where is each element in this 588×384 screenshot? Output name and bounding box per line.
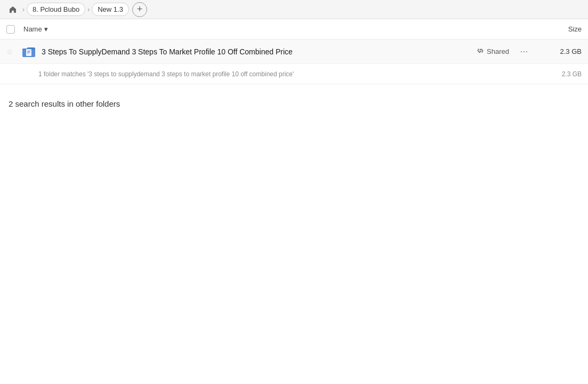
link-icon xyxy=(477,48,484,55)
folder-icon xyxy=(21,44,36,59)
breadcrumb-chevron-2: › xyxy=(87,6,90,13)
breadcrumb-bar: › 8. Pcloud Bubo › New 1.3 + xyxy=(0,0,588,19)
select-all-checkbox[interactable] xyxy=(6,25,15,34)
file-size-text: 2.3 GB xyxy=(560,47,582,55)
breadcrumb-chevron-1: › xyxy=(22,6,25,13)
home-button[interactable] xyxy=(4,3,21,16)
file-icon-container xyxy=(19,44,38,59)
file-size: 2.3 GB xyxy=(539,47,582,55)
match-info-size: 2.3 GB xyxy=(539,70,582,78)
column-header: Name ▾ Size xyxy=(0,19,588,39)
file-name-text: 3 Steps To SupplyDemand 3 Steps To Marke… xyxy=(42,47,293,56)
svg-rect-3 xyxy=(27,52,30,52)
star-icon: ☆ xyxy=(6,47,13,56)
shared-label: Shared xyxy=(487,47,509,55)
more-options-button[interactable]: ··· xyxy=(518,46,530,57)
name-column-header[interactable]: Name ▾ xyxy=(23,25,539,33)
svg-rect-2 xyxy=(27,51,30,51)
star-button[interactable]: ☆ xyxy=(6,47,19,56)
select-all-checkbox-container xyxy=(6,25,23,34)
file-name: 3 Steps To SupplyDemand 3 Steps To Marke… xyxy=(38,47,477,56)
home-icon xyxy=(9,5,17,14)
size-column-label: Size xyxy=(568,25,582,33)
add-tab-button[interactable]: + xyxy=(132,2,147,17)
match-info-label: 1 folder matches '3 steps to supplydeman… xyxy=(38,70,294,78)
other-folders-section: 2 search results in other folders xyxy=(0,84,588,117)
breadcrumb-label-1: 8. Pcloud Bubo xyxy=(33,5,79,13)
shared-indicator: Shared xyxy=(477,47,509,55)
name-column-label: Name xyxy=(23,25,42,33)
breadcrumb-label-active: New 1.3 xyxy=(98,5,123,13)
add-tab-icon: + xyxy=(137,4,143,15)
breadcrumb-item-1[interactable]: 8. Pcloud Bubo xyxy=(27,3,85,16)
svg-rect-1 xyxy=(26,49,31,56)
other-folders-title: 2 search results in other folders xyxy=(9,99,579,108)
file-row[interactable]: ☆ 3 Steps To SupplyDemand 3 Steps To Mar… xyxy=(0,39,588,64)
match-info-text: 1 folder matches '3 steps to supplydeman… xyxy=(38,70,539,78)
other-folders-title-text: 2 search results in other folders xyxy=(9,99,120,108)
sort-icon: ▾ xyxy=(44,25,48,33)
match-size-text: 2.3 GB xyxy=(562,70,582,78)
more-options-icon: ··· xyxy=(520,46,528,57)
svg-rect-4 xyxy=(27,53,29,53)
match-info-row: 1 folder matches '3 steps to supplydeman… xyxy=(0,64,588,84)
breadcrumb-item-active[interactable]: New 1.3 xyxy=(92,3,129,16)
size-column-header: Size xyxy=(539,25,582,33)
